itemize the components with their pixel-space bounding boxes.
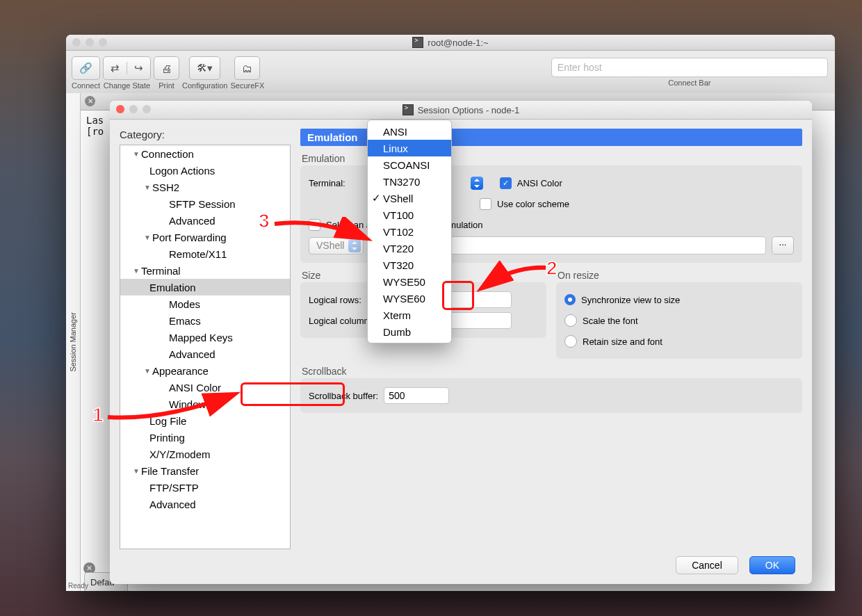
tree-item-mapped_keys[interactable]: Mapped Keys — [120, 329, 290, 346]
tree-item-printing[interactable]: Printing — [120, 429, 290, 446]
tree-item-label: Advanced — [169, 215, 216, 227]
dropdown-item-tn3270[interactable]: TN3270 — [368, 173, 451, 190]
tree-item-label: File Transfer — [141, 465, 199, 477]
group-on-resize: On resize — [558, 270, 801, 281]
disclosure-triangle-icon[interactable]: ▼ — [131, 267, 141, 275]
cancel-button[interactable]: Cancel — [676, 556, 738, 574]
dialog-min-dot — [129, 105, 138, 113]
tree-item-connection[interactable]: ▼Connection — [120, 145, 290, 162]
zoom-dot[interactable] — [99, 38, 107, 47]
minimize-dot[interactable] — [86, 38, 94, 47]
annotation-arrow-2 — [471, 261, 554, 295]
tree-item-label: Emulation — [149, 282, 196, 293]
scrollback-panel: Scrollback buffer: — [300, 378, 802, 413]
annotation-number-1: 1 — [92, 404, 104, 426]
tree-item-label: Port Forwarding — [152, 232, 227, 243]
dropdown-item-vt220[interactable]: VT220 — [368, 240, 451, 257]
tree-item-label: Remote/X11 — [169, 248, 227, 260]
tree-item-modes[interactable]: Modes — [120, 295, 290, 312]
tree-item-emulation[interactable]: Emulation — [120, 279, 290, 295]
tree-item-logon_actions[interactable]: Logon Actions — [120, 162, 290, 179]
terminal-icon — [412, 37, 423, 48]
scrollback-input[interactable] — [384, 387, 449, 404]
dialog-title: Session Options - node-1 — [402, 104, 520, 115]
tree-item-xyz[interactable]: X/Y/Zmodem — [120, 446, 290, 462]
main-titlebar[interactable]: root@node-1:~ — [66, 35, 835, 51]
use-color-scheme-label: Use color scheme — [497, 199, 569, 209]
tree-item-label: Printing — [149, 432, 185, 444]
tree-item-file_transfer[interactable]: ▼File Transfer — [120, 462, 290, 479]
tree-item-remote_x11[interactable]: Remote/X11 — [120, 245, 290, 262]
tree-item-label: X/Y/Zmodem — [149, 448, 211, 460]
tree-item-label: Terminal — [141, 265, 181, 277]
tree-item-emacs[interactable]: Emacs — [120, 312, 290, 329]
dropdown-item-linux[interactable]: Linux — [368, 140, 451, 156]
window-title: root@node-1:~ — [412, 37, 488, 48]
toolbar-securefx[interactable]: 🗂 SecureFX — [230, 54, 264, 90]
tree-item-label: Appearance — [152, 365, 209, 377]
dropdown-item-xterm[interactable]: Xterm — [368, 307, 451, 323]
disclosure-triangle-icon[interactable]: ▼ — [143, 234, 152, 241]
resize-sync-radio[interactable] — [564, 294, 576, 305]
disclosure-triangle-icon[interactable]: ▼ — [131, 150, 141, 158]
tree-item-terminal[interactable]: ▼Terminal — [120, 262, 290, 279]
toolbar-connect[interactable]: 🔗 Connect — [72, 54, 100, 90]
close-tab-icon[interactable]: ✕ — [85, 96, 95, 106]
tree-item-advanced2[interactable]: Advanced — [120, 346, 290, 362]
tree-item-label: Logon Actions — [149, 165, 215, 177]
tree-item-label: Advanced — [169, 348, 216, 360]
close-dot[interactable] — [72, 38, 81, 47]
annotation-arrow-3 — [271, 217, 375, 245]
dropdown-item-wyse60[interactable]: WYSE60 — [368, 290, 451, 307]
dropdown-item-vt320[interactable]: VT320 — [368, 257, 451, 273]
tree-item-ssh2[interactable]: ▼SSH2 — [120, 179, 290, 195]
disclosure-triangle-icon[interactable]: ▼ — [131, 467, 141, 475]
tree-item-ftp_sftp[interactable]: FTP/SFTP — [120, 479, 290, 496]
window-controls[interactable] — [72, 38, 107, 47]
terminal-icon — [402, 104, 414, 115]
dialog-window-controls[interactable] — [116, 105, 151, 113]
tree-item-advanced3[interactable]: Advanced — [120, 496, 290, 512]
use-color-scheme-checkbox[interactable] — [480, 198, 491, 210]
dialog-close-dot[interactable] — [116, 105, 124, 113]
dialog-zoom-dot — [143, 105, 151, 113]
dropdown-item-ansi[interactable]: ANSI — [368, 123, 451, 140]
window-title-text: root@node-1:~ — [428, 38, 488, 48]
category-label: Category: — [120, 129, 291, 140]
terminal-type-dropdown[interactable]: ANSILinuxSCOANSITN3270✓VShellVT100VT102V… — [367, 120, 452, 343]
resize-scale-radio[interactable] — [564, 314, 577, 327]
resize-panel: Synchronize view to size Scale the font … — [556, 282, 802, 359]
toolbar-print[interactable]: 🖨 Print — [154, 54, 179, 90]
ok-button[interactable]: OK — [749, 556, 795, 574]
dialog-titlebar[interactable]: Session Options - node-1 — [110, 101, 812, 120]
disclosure-triangle-icon[interactable]: ▼ — [143, 184, 152, 191]
dropdown-item-vt102[interactable]: VT102 — [368, 223, 451, 240]
tree-item-label: Advanced — [149, 499, 196, 510]
tree-item-appearance[interactable]: ▼Appearance — [120, 362, 290, 379]
toolbar-configuration[interactable]: 🛠▾ Configuration — [182, 54, 227, 90]
tree-item-label: Mapped Keys — [169, 332, 233, 343]
category-tree[interactable]: ▼ConnectionLogon Actions▼SSH2SFTP Sessio… — [120, 145, 291, 549]
toolbar-change-state[interactable]: ⇄↪ Change State — [103, 54, 151, 90]
dropdown-item-vshell[interactable]: ✓VShell — [368, 190, 451, 206]
dropdown-item-scoansi[interactable]: SCOANSI — [368, 156, 451, 173]
ansi-color-label: ANSI Color — [517, 178, 562, 188]
disclosure-triangle-icon[interactable]: ▼ — [143, 367, 152, 375]
annotation-number-3: 3 — [259, 210, 270, 232]
annotation-number-2: 2 — [546, 257, 558, 279]
browse-button[interactable]: ... — [772, 236, 794, 254]
dropdown-item-wyse50[interactable]: WYSE50 — [368, 273, 451, 290]
resize-retain-radio[interactable] — [564, 335, 577, 348]
toolbar-connect-bar: Connect Bar — [550, 54, 829, 87]
annotation-box-emulation — [241, 382, 345, 406]
terminal-dropdown-button[interactable] — [471, 177, 483, 190]
dropdown-item-dumb[interactable]: Dumb — [368, 323, 451, 340]
ansi-color-checkbox[interactable]: ✓ — [500, 177, 512, 189]
annotation-arrow-1 — [97, 386, 243, 428]
tree-item-label: FTP/SFTP — [149, 482, 199, 494]
session-manager-tab[interactable]: Session Manager — [66, 93, 81, 591]
dropdown-item-vt100[interactable]: VT100 — [368, 206, 451, 223]
terminal-label: Terminal: — [309, 178, 345, 188]
status-bar: Ready — [68, 582, 88, 590]
enter-host-input[interactable] — [551, 58, 828, 77]
